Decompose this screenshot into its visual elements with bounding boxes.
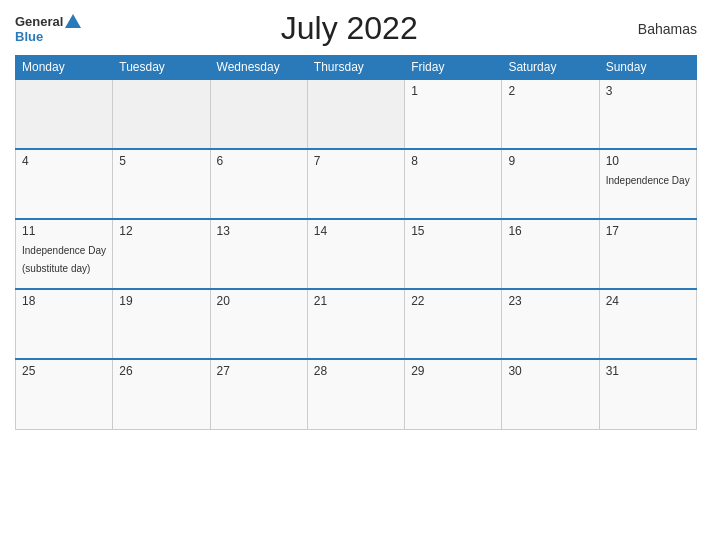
day-cell-4-6: 31 xyxy=(599,359,696,429)
day-number: 16 xyxy=(508,224,592,238)
day-number: 2 xyxy=(508,84,592,98)
day-cell-3-4: 22 xyxy=(405,289,502,359)
day-number: 1 xyxy=(411,84,495,98)
day-cell-3-2: 20 xyxy=(210,289,307,359)
day-number: 9 xyxy=(508,154,592,168)
day-number: 15 xyxy=(411,224,495,238)
day-cell-0-0 xyxy=(16,79,113,149)
day-number: 7 xyxy=(314,154,398,168)
calendar-container: General Blue July 2022 Bahamas Monday Tu… xyxy=(0,0,712,550)
day-number: 26 xyxy=(119,364,203,378)
day-number: 29 xyxy=(411,364,495,378)
day-number: 14 xyxy=(314,224,398,238)
day-number: 10 xyxy=(606,154,690,168)
day-cell-2-1: 12 xyxy=(113,219,210,289)
weekday-thursday: Thursday xyxy=(307,56,404,80)
week-row-2: 45678910Independence Day xyxy=(16,149,697,219)
day-number: 5 xyxy=(119,154,203,168)
logo-blue-text: Blue xyxy=(15,29,43,44)
weekday-tuesday: Tuesday xyxy=(113,56,210,80)
logo-general-text: General xyxy=(15,14,63,29)
day-number: 21 xyxy=(314,294,398,308)
calendar-header: General Blue July 2022 Bahamas xyxy=(15,10,697,47)
day-number: 22 xyxy=(411,294,495,308)
weekday-header-row: Monday Tuesday Wednesday Thursday Friday… xyxy=(16,56,697,80)
day-cell-0-1 xyxy=(113,79,210,149)
day-cell-3-0: 18 xyxy=(16,289,113,359)
calendar-grid: Monday Tuesday Wednesday Thursday Friday… xyxy=(15,55,697,430)
day-cell-4-0: 25 xyxy=(16,359,113,429)
day-number: 4 xyxy=(22,154,106,168)
day-number: 24 xyxy=(606,294,690,308)
calendar-title: July 2022 xyxy=(81,10,617,47)
day-number: 12 xyxy=(119,224,203,238)
day-cell-4-3: 28 xyxy=(307,359,404,429)
day-number: 11 xyxy=(22,224,106,238)
day-number: 28 xyxy=(314,364,398,378)
day-number: 17 xyxy=(606,224,690,238)
week-row-5: 25262728293031 xyxy=(16,359,697,429)
day-cell-0-3 xyxy=(307,79,404,149)
day-cell-3-1: 19 xyxy=(113,289,210,359)
weekday-saturday: Saturday xyxy=(502,56,599,80)
day-number: 3 xyxy=(606,84,690,98)
day-cell-2-3: 14 xyxy=(307,219,404,289)
weekday-wednesday: Wednesday xyxy=(210,56,307,80)
day-event: Independence Day (substitute day) xyxy=(22,245,106,274)
day-cell-4-5: 30 xyxy=(502,359,599,429)
day-cell-2-2: 13 xyxy=(210,219,307,289)
day-number: 6 xyxy=(217,154,301,168)
day-cell-1-0: 4 xyxy=(16,149,113,219)
day-cell-0-5: 2 xyxy=(502,79,599,149)
day-number: 25 xyxy=(22,364,106,378)
day-number: 13 xyxy=(217,224,301,238)
week-row-1: 123 xyxy=(16,79,697,149)
weekday-monday: Monday xyxy=(16,56,113,80)
day-number: 30 xyxy=(508,364,592,378)
day-cell-1-4: 8 xyxy=(405,149,502,219)
day-number: 31 xyxy=(606,364,690,378)
day-number: 27 xyxy=(217,364,301,378)
week-row-3: 11Independence Day (substitute day)12131… xyxy=(16,219,697,289)
day-cell-0-4: 1 xyxy=(405,79,502,149)
day-cell-2-0: 11Independence Day (substitute day) xyxy=(16,219,113,289)
day-cell-1-3: 7 xyxy=(307,149,404,219)
day-cell-0-6: 3 xyxy=(599,79,696,149)
day-number: 8 xyxy=(411,154,495,168)
week-row-4: 18192021222324 xyxy=(16,289,697,359)
day-cell-2-6: 17 xyxy=(599,219,696,289)
day-cell-3-6: 24 xyxy=(599,289,696,359)
day-cell-2-4: 15 xyxy=(405,219,502,289)
day-cell-4-2: 27 xyxy=(210,359,307,429)
day-number: 23 xyxy=(508,294,592,308)
day-cell-1-5: 9 xyxy=(502,149,599,219)
day-cell-0-2 xyxy=(210,79,307,149)
day-cell-1-6: 10Independence Day xyxy=(599,149,696,219)
day-cell-2-5: 16 xyxy=(502,219,599,289)
logo: General Blue xyxy=(15,14,81,44)
day-cell-4-4: 29 xyxy=(405,359,502,429)
weekday-friday: Friday xyxy=(405,56,502,80)
country-label: Bahamas xyxy=(617,21,697,37)
day-cell-3-5: 23 xyxy=(502,289,599,359)
day-number: 19 xyxy=(119,294,203,308)
day-number: 18 xyxy=(22,294,106,308)
day-cell-4-1: 26 xyxy=(113,359,210,429)
day-cell-3-3: 21 xyxy=(307,289,404,359)
day-cell-1-2: 6 xyxy=(210,149,307,219)
logo-triangle-icon xyxy=(65,14,81,28)
day-number: 20 xyxy=(217,294,301,308)
day-event: Independence Day xyxy=(606,175,690,186)
day-cell-1-1: 5 xyxy=(113,149,210,219)
weekday-sunday: Sunday xyxy=(599,56,696,80)
